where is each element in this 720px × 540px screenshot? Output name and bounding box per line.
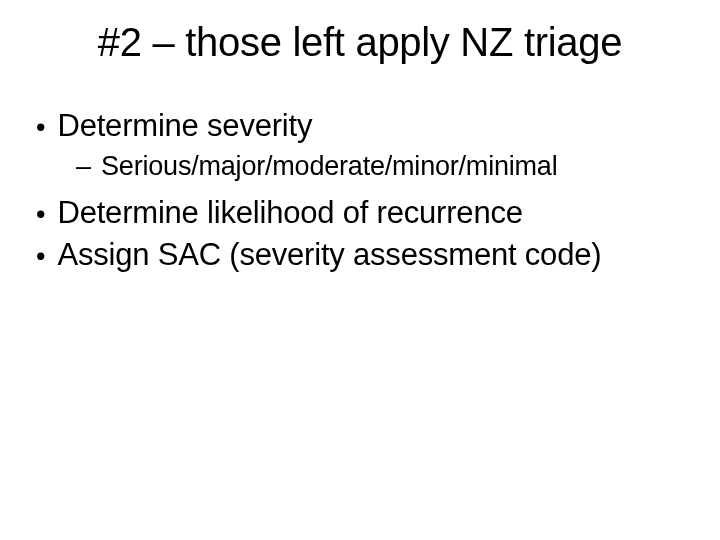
bullet-text: Serious/major/moderate/minor/minimal xyxy=(101,150,557,184)
bullet-item: – Serious/major/moderate/minor/minimal xyxy=(76,150,720,184)
bullet-dot-icon: • xyxy=(36,238,45,274)
slide: #2 – those left apply NZ triage • Determ… xyxy=(0,0,720,540)
bullet-dash-icon: – xyxy=(76,150,91,184)
bullet-dot-icon: • xyxy=(36,109,45,145)
bullet-text: Determine likelihood of recurrence xyxy=(57,194,522,233)
bullet-item: • Determine severity xyxy=(36,107,720,146)
bullet-item: • Determine likelihood of recurrence xyxy=(36,194,720,233)
slide-title: #2 – those left apply NZ triage xyxy=(0,20,720,65)
bullet-item: • Assign SAC (severity assessment code) xyxy=(36,236,720,275)
bullet-text: Assign SAC (severity assessment code) xyxy=(57,236,601,275)
bullet-text: Determine severity xyxy=(57,107,312,146)
bullet-dot-icon: • xyxy=(36,196,45,232)
slide-content: • Determine severity – Serious/major/mod… xyxy=(0,107,720,275)
